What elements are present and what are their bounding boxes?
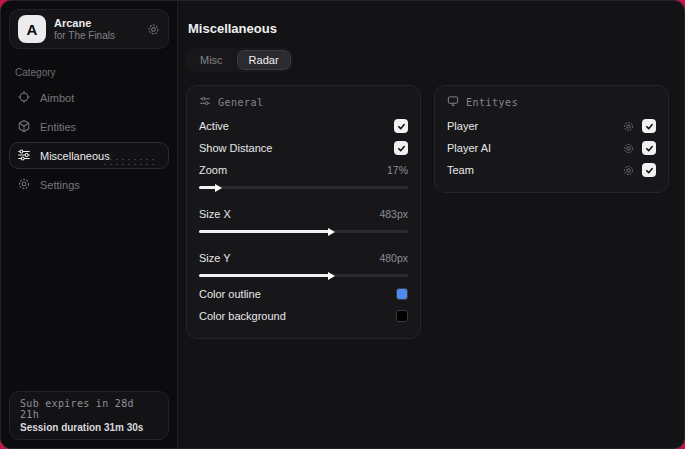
size-x-row: Size X 483px (199, 203, 408, 225)
entity-settings-icon[interactable] (622, 120, 635, 133)
entity-label: Player AI (447, 142, 491, 154)
size-y-slider[interactable] (199, 270, 408, 280)
size-y-value: 480px (379, 252, 408, 264)
setting-label: Zoom (199, 164, 227, 176)
sidebar-item-settings[interactable]: Settings (9, 171, 169, 198)
setting-label: Color outline (199, 288, 261, 300)
setting-label: Size X (199, 208, 231, 220)
app-name: Arcane (54, 17, 139, 30)
crosshair-icon (17, 90, 31, 106)
tab-radar[interactable]: Radar (237, 50, 291, 70)
sidebar-item-label: Aimbot (40, 92, 74, 104)
zoom-slider[interactable] (199, 182, 408, 192)
gear-icon (17, 177, 31, 193)
sidebar-item-label: Miscellaneous (40, 150, 110, 162)
entity-checkbox[interactable] (642, 163, 656, 177)
category-label: Category (15, 67, 177, 78)
entity-settings-icon[interactable] (622, 164, 635, 177)
app-window: A Arcane for The Finals Category Aimbot (0, 0, 685, 449)
color-background-swatch[interactable] (396, 310, 408, 322)
entities-panel: Entityes Player Player AI (434, 85, 669, 193)
setting-label: Active (199, 120, 229, 132)
tab-misc[interactable]: Misc (188, 50, 235, 70)
sub-expiry-text: Sub expires in 28d 21h (20, 398, 158, 420)
panel-title: Entityes (466, 97, 518, 108)
entity-row-player: Player (447, 115, 656, 137)
size-x-value: 483px (379, 208, 408, 220)
main-content: Miscellaneous Misc Radar General Active (178, 1, 684, 448)
sidebar-item-miscellaneous[interactable]: Miscellaneous (9, 142, 169, 169)
slider-thumb[interactable] (328, 272, 335, 280)
sidebar-item-label: Entities (40, 121, 76, 133)
entity-label: Team (447, 164, 474, 176)
app-logo: A (18, 15, 46, 43)
tab-bar: Misc Radar (186, 48, 293, 72)
sidebar-item-entities[interactable]: Entities (9, 113, 169, 140)
zoom-value: 17% (387, 164, 408, 176)
active-checkbox[interactable] (394, 119, 408, 133)
entity-row-team: Team (447, 159, 656, 181)
entity-settings-icon[interactable] (622, 142, 635, 155)
setting-label: Size Y (199, 252, 231, 264)
active-row: Active (199, 115, 408, 137)
color-outline-row: Color outline (199, 283, 408, 305)
slider-thumb[interactable] (215, 184, 222, 192)
color-outline-swatch[interactable] (396, 288, 408, 300)
entity-checkbox[interactable] (642, 141, 656, 155)
setting-label: Color background (199, 310, 286, 322)
brand-settings-icon[interactable] (147, 23, 160, 36)
cube-icon (17, 119, 31, 135)
sliders-icon (199, 95, 211, 109)
sidebar-item-aimbot[interactable]: Aimbot (9, 84, 169, 111)
entity-label: Player (447, 120, 478, 132)
sidebar: A Arcane for The Finals Category Aimbot (1, 1, 178, 448)
general-panel: General Active Show Distance Zoom (186, 85, 421, 339)
slider-thumb[interactable] (328, 228, 335, 236)
size-x-slider[interactable] (199, 226, 408, 236)
app-logo-letter: A (27, 21, 38, 38)
sidebar-nav: Aimbot Entities Miscellaneous Settings (1, 84, 177, 198)
show-distance-row: Show Distance (199, 137, 408, 159)
sidebar-item-label: Settings (40, 179, 80, 191)
entity-row-player-ai: Player AI (447, 137, 656, 159)
size-y-row: Size Y 480px (199, 247, 408, 269)
app-subtitle: for The Finals (54, 30, 139, 42)
zoom-row: Zoom 17% (199, 159, 408, 181)
brand-card: A Arcane for The Finals (9, 9, 169, 49)
dots-decoration (102, 157, 158, 165)
monitor-icon (447, 95, 459, 109)
entity-checkbox[interactable] (642, 119, 656, 133)
sliders-icon (17, 148, 31, 164)
color-background-row: Color background (199, 305, 408, 327)
setting-label: Show Distance (199, 142, 272, 154)
show-distance-checkbox[interactable] (394, 141, 408, 155)
subscription-card: Sub expires in 28d 21h Session duration … (9, 391, 169, 440)
panel-title: General (218, 97, 264, 108)
session-duration-text: Session duration 31m 30s (20, 422, 158, 433)
page-title: Miscellaneous (188, 21, 672, 36)
